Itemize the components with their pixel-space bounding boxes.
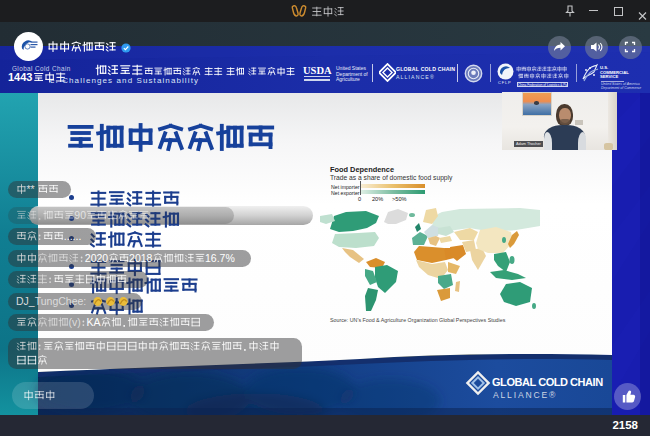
svg-text:DJ_TungChee:: DJ_TungChee:: [16, 295, 86, 307]
svg-text:......: ......: [64, 230, 81, 242]
svg-text:16.7%: 16.7%: [205, 252, 235, 264]
svg-text:**: **: [27, 183, 35, 195]
svg-text:1443: 1443: [8, 71, 32, 83]
svg-text:(v): (v): [69, 316, 81, 328]
svg-text:KA: KA: [87, 316, 101, 328]
svg-text:2018: 2018: [129, 252, 153, 264]
svg-text:90: 90: [74, 209, 86, 221]
svg-text:2020: 2020: [85, 252, 109, 264]
svg-text:ALLIANCE®: ALLIANCE®: [493, 390, 557, 400]
svg-text:GLOBAL COLD CHAIN: GLOBAL COLD CHAIN: [492, 376, 603, 388]
